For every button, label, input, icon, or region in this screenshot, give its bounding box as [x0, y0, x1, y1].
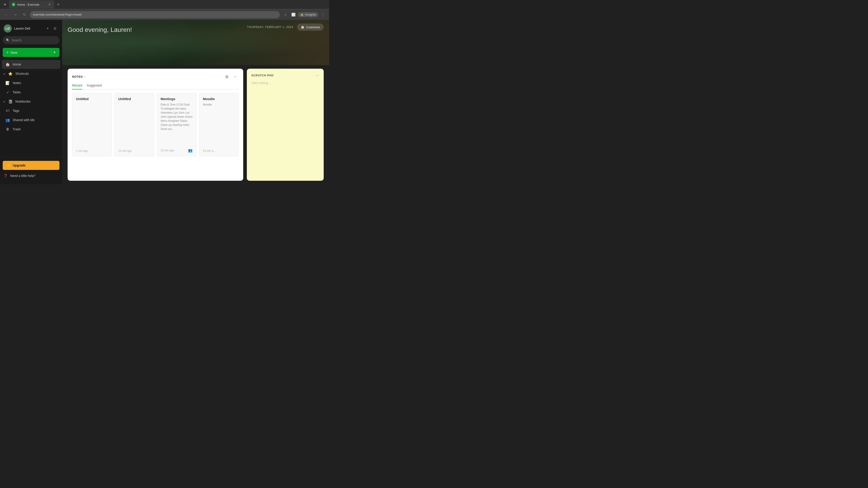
notes-icon: 📝	[5, 80, 10, 85]
more-menu-button[interactable]: ⋮	[319, 11, 327, 18]
shared-icon: 👥	[5, 118, 10, 122]
active-tab[interactable]: E Home - Evernote ✕	[9, 0, 54, 8]
new-button-label: New	[11, 51, 50, 55]
note-time-3: 19 min ago	[161, 149, 174, 152]
user-name: Lauren Deli	[14, 27, 44, 30]
upgrade-icon: ⚡	[6, 163, 11, 168]
notes-arrow-icon: ›	[84, 75, 85, 78]
date-label: THURSDAY, FEBRUARY 1, 2024	[247, 26, 293, 29]
tags-icon: 🏷	[5, 108, 10, 113]
note-footer-2: 15 min ago	[118, 149, 150, 153]
incognito-icon: 🕵	[300, 13, 304, 16]
trash-icon: 🗑	[5, 127, 10, 131]
customize-button[interactable]: 🏠 Customize	[297, 24, 324, 31]
back-button[interactable]: ←	[3, 11, 10, 18]
sidebar-item-shared[interactable]: 👥 Shared with Me	[2, 116, 60, 125]
hero-section: Good evening, Lauren! THURSDAY, FEBRUARY…	[62, 20, 329, 65]
date-customize-bar: THURSDAY, FEBRUARY 1, 2024 🏠 Customize	[247, 24, 324, 31]
sidebar-item-notebooks[interactable]: ▶ 📓 Notebooks	[2, 97, 60, 106]
avatar: LD	[4, 24, 12, 33]
sidebar-item-shortcuts[interactable]: ▶ ⭐ Shortcuts	[2, 69, 60, 78]
search-placeholder: Search	[11, 38, 22, 42]
sidebar-bottom: ⚡ Upgrade ❓ Need a little help?	[0, 157, 62, 182]
scratch-pad-menu-button[interactable]: ⋯	[315, 73, 319, 77]
note-title-4: Moodie	[203, 97, 235, 101]
dropdown-arrow-icon[interactable]: ▼	[53, 51, 56, 54]
search-bar[interactable]: 🔍 Search	[3, 36, 59, 44]
new-button[interactable]: + New ▼	[3, 48, 59, 57]
notes-tabs: Recent Suggested	[72, 84, 239, 90]
sidebar-label-shortcuts: Shortcuts	[16, 72, 29, 75]
address-text: evernote.com/client/web?login=true#/	[33, 13, 82, 16]
chevron-down-icon: ▼	[46, 27, 49, 30]
nav-bar: ← → ↻ evernote.com/client/web?login=true…	[0, 9, 329, 20]
notes-card: NOTES › ⊞ ⋯ Recent Suggested Untitled	[68, 69, 243, 181]
add-note-button[interactable]: ⊞	[223, 73, 230, 80]
scratch-pad-title: SCRATCH PAD	[251, 74, 274, 77]
note-card-1[interactable]: Untitled 1 min ago	[72, 93, 112, 156]
notes-card-header: NOTES › ⊞ ⋯	[72, 73, 239, 80]
note-time-2: 15 min ago	[118, 149, 131, 153]
note-card-4[interactable]: Moodie Moodie 23 min a…	[199, 93, 239, 156]
plus-icon: +	[6, 50, 9, 55]
scratch-pad-placeholder: Start writing…	[251, 81, 271, 85]
note-card-2[interactable]: Untitled 15 min ago	[114, 93, 154, 156]
notes-grid: Untitled 1 min ago Untitled 15 min ago	[72, 93, 239, 156]
address-bar[interactable]: evernote.com/client/web?login=true#/	[30, 11, 280, 18]
note-preview-3: Date & Time 12:00 Goal To delegate the t…	[161, 103, 193, 147]
sidebar-item-trash[interactable]: 🗑 Trash	[2, 125, 60, 134]
tab-recent[interactable]: Recent	[72, 84, 82, 90]
reload-button[interactable]: ↻	[21, 11, 28, 18]
note-preview-4: Moodie	[203, 103, 235, 148]
tab-close-button[interactable]: ✕	[48, 2, 52, 6]
sidebar-label-shared: Shared with Me	[13, 118, 35, 122]
sidebar-item-home[interactable]: 🏠 Home	[2, 60, 60, 69]
scratch-pad-card: SCRATCH PAD ⋯ Start writing…	[247, 69, 324, 181]
shared-note-icon: 👥	[188, 148, 193, 153]
tasks-icon: ✓	[5, 90, 10, 94]
note-footer-4: 23 min a…	[203, 149, 235, 153]
settings-button[interactable]: ⚙	[51, 25, 59, 32]
tab-suggested[interactable]: Suggested	[87, 84, 102, 90]
forward-button[interactable]: →	[12, 11, 19, 18]
search-icon: 🔍	[6, 38, 10, 42]
note-footer-1: 1 min ago	[76, 149, 108, 153]
help-item[interactable]: ❓ Need a little help?	[0, 172, 62, 180]
notes-card-actions: ⊞ ⋯	[223, 73, 239, 80]
avatar-initials: LD	[6, 27, 10, 30]
incognito-label: Incognito	[305, 13, 316, 16]
customize-label: Customize	[306, 26, 320, 29]
tab-bar: ▼ E Home - Evernote ✕ +	[0, 0, 329, 9]
bookmark-button[interactable]: ☆	[282, 11, 289, 18]
notebooks-icon: 📓	[8, 99, 13, 104]
sidebar-item-tags[interactable]: 🏷 Tags	[2, 106, 60, 115]
tab-list-button[interactable]: ▼	[2, 1, 8, 8]
sidebar-label-notebooks: Notebooks	[16, 100, 31, 103]
upgrade-label: Upgrade	[13, 164, 26, 167]
home-icon: 🏠	[5, 62, 10, 67]
sidebar-item-tasks[interactable]: ✓ Tasks	[2, 88, 60, 97]
sidebar-label-notes: Notes	[13, 81, 21, 85]
note-title-2: Untitled	[118, 97, 150, 101]
note-footer-3: 19 min ago 👥	[161, 148, 193, 153]
sidebar-label-tags: Tags	[13, 109, 20, 112]
new-tab-button[interactable]: +	[55, 1, 61, 8]
user-menu[interactable]: LD Lauren Deli ▼ ⚙	[0, 23, 62, 34]
expand-icon: ▶	[4, 72, 5, 75]
note-card-3[interactable]: Meetings Date & Time 12:00 Goal To deleg…	[157, 93, 196, 156]
split-screen-button[interactable]: ⬜	[290, 11, 297, 18]
customize-icon: 🏠	[301, 25, 305, 29]
sidebar-nav: 🏠 Home ▶ ⭐ Shortcuts 📝 Notes ✓ Tasks ▶ 📓…	[0, 59, 62, 157]
incognito-badge[interactable]: 🕵 Incognito	[298, 12, 318, 17]
note-time-4: 23 min a…	[203, 149, 216, 153]
note-time-1: 1 min ago	[76, 149, 88, 153]
notes-more-button[interactable]: ⋯	[232, 73, 239, 80]
scratch-pad-body[interactable]: Start writing…	[251, 81, 319, 176]
upgrade-button[interactable]: ⚡ Upgrade	[3, 161, 59, 170]
sidebar-item-notes[interactable]: 📝 Notes	[2, 78, 60, 88]
notes-title-link[interactable]: NOTES ›	[72, 75, 85, 78]
note-title-1: Untitled	[76, 97, 108, 101]
shortcuts-icon: ⭐	[8, 71, 13, 76]
greeting-text: Good evening, Lauren!	[68, 26, 132, 33]
nav-actions: ☆ ⬜ 🕵 Incognito ⋮	[282, 11, 327, 18]
